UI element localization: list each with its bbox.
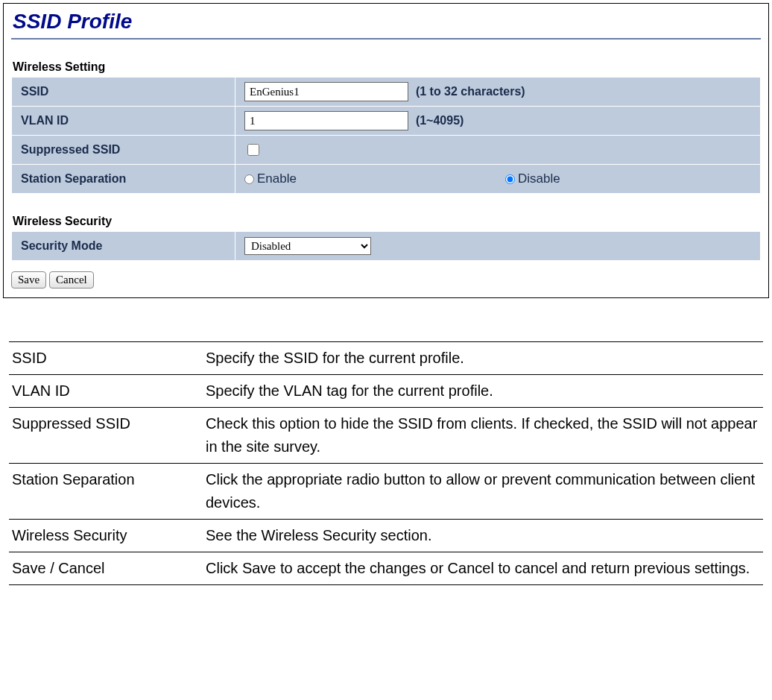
vlan-id-label: VLAN ID bbox=[12, 107, 235, 136]
station-separation-enable-radio[interactable] bbox=[244, 174, 254, 184]
desc-text: See the Wireless Security section. bbox=[203, 520, 763, 552]
desc-text: Click the appropriate radio button to al… bbox=[203, 464, 763, 520]
ssid-input[interactable] bbox=[244, 82, 408, 101]
ssid-hint: (1 to 32 characters) bbox=[416, 85, 525, 98]
table-row: Save / Cancel Click Save to accept the c… bbox=[9, 552, 763, 585]
wireless-setting-table: SSID (1 to 32 characters) VLAN ID (1~409… bbox=[11, 77, 761, 194]
vlan-id-input[interactable] bbox=[244, 111, 408, 130]
wireless-security-heading: Wireless Security bbox=[13, 215, 761, 228]
desc-term: SSID bbox=[9, 342, 203, 375]
desc-term: VLAN ID bbox=[9, 375, 203, 408]
save-button[interactable]: Save bbox=[11, 271, 46, 288]
descriptions-table: SSID Specify the SSID for the current pr… bbox=[9, 341, 763, 585]
desc-term: Station Separation bbox=[9, 464, 203, 520]
ssid-label: SSID bbox=[12, 78, 235, 107]
page-title: SSID Profile bbox=[11, 8, 761, 38]
suppressed-ssid-checkbox[interactable] bbox=[247, 144, 259, 156]
security-mode-label: Security Mode bbox=[12, 232, 235, 261]
desc-text: Click Save to accept the changes or Canc… bbox=[203, 552, 763, 585]
station-separation-label: Station Separation bbox=[12, 165, 235, 194]
ssid-profile-panel: SSID Profile Wireless Setting SSID (1 to… bbox=[3, 3, 769, 298]
table-row: Wireless Security See the Wireless Secur… bbox=[9, 520, 763, 552]
desc-text: Specify the SSID for the current profile… bbox=[203, 342, 763, 375]
wireless-security-table: Security Mode Disabled bbox=[11, 231, 761, 261]
desc-term: Suppressed SSID bbox=[9, 408, 203, 464]
desc-text: Check this option to hide the SSID from … bbox=[203, 408, 763, 464]
table-row: Station Separation Click the appropriate… bbox=[9, 464, 763, 520]
title-divider bbox=[11, 38, 761, 40]
table-row: Suppressed SSID Check this option to hid… bbox=[9, 408, 763, 464]
wireless-setting-heading: Wireless Setting bbox=[13, 60, 761, 74]
table-row: VLAN ID Specify the VLAN tag for the cur… bbox=[9, 375, 763, 408]
cancel-button[interactable]: Cancel bbox=[49, 271, 94, 288]
station-separation-enable-label: Enable bbox=[257, 171, 297, 186]
desc-text: Specify the VLAN tag for the current pro… bbox=[203, 375, 763, 408]
station-separation-disable-label: Disable bbox=[518, 171, 560, 186]
suppressed-ssid-label: Suppressed SSID bbox=[12, 136, 235, 165]
table-row: SSID Specify the SSID for the current pr… bbox=[9, 342, 763, 375]
station-separation-disable-radio[interactable] bbox=[505, 174, 515, 184]
desc-term: Wireless Security bbox=[9, 520, 203, 552]
desc-term: Save / Cancel bbox=[9, 552, 203, 585]
vlan-id-hint: (1~4095) bbox=[416, 114, 464, 127]
security-mode-select[interactable]: Disabled bbox=[244, 237, 371, 255]
